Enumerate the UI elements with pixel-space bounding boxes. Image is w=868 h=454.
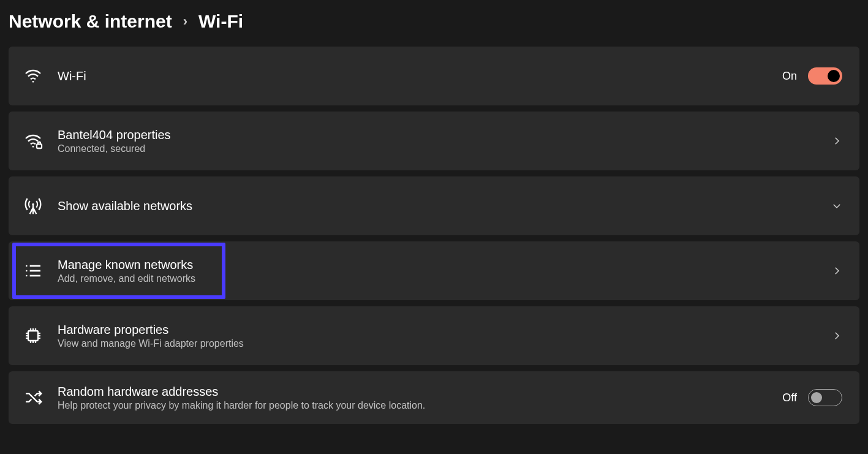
manage-known-subtitle: Add, remove, and edit networks <box>58 273 831 284</box>
chip-icon <box>23 326 58 346</box>
breadcrumb: Network & internet › Wi-Fi <box>0 0 868 47</box>
random-hw-title: Random hardware addresses <box>58 385 782 399</box>
current-network-row[interactable]: Bantel404 properties Connected, secured <box>9 112 859 170</box>
breadcrumb-parent[interactable]: Network & internet <box>9 11 172 32</box>
hardware-subtitle: View and manage Wi-Fi adapter properties <box>58 338 831 349</box>
current-network-subtitle: Connected, secured <box>58 143 831 154</box>
show-available-networks-row[interactable]: Show available networks <box>9 176 859 235</box>
random-hardware-row: Random hardware addresses Help protect y… <box>9 371 859 424</box>
chevron-right-icon: › <box>183 13 187 29</box>
manage-known-title: Manage known networks <box>58 258 831 272</box>
svg-rect-10 <box>28 331 38 341</box>
svg-point-6 <box>26 270 28 272</box>
wifi-icon <box>23 66 58 86</box>
wifi-toggle-row: Wi-Fi On <box>9 47 859 105</box>
shuffle-icon <box>23 388 58 407</box>
antenna-icon <box>23 196 58 216</box>
show-available-title: Show available networks <box>58 199 831 213</box>
chevron-down-icon <box>831 200 842 211</box>
svg-point-0 <box>32 81 34 83</box>
wifi-title: Wi-Fi <box>58 69 782 83</box>
random-hw-subtitle: Help protect your privacy by making it h… <box>58 400 782 411</box>
random-hw-toggle[interactable] <box>808 389 842 406</box>
settings-list: Wi-Fi On Bantel404 properties Connected,… <box>0 47 868 424</box>
current-network-title: Bantel404 properties <box>58 128 831 142</box>
svg-point-3 <box>32 203 34 205</box>
chevron-right-icon <box>831 330 842 341</box>
chevron-right-icon <box>831 135 842 146</box>
chevron-right-icon <box>831 265 842 276</box>
list-icon <box>23 261 58 281</box>
manage-known-networks-row[interactable]: Manage known networks Add, remove, and e… <box>9 241 859 300</box>
wifi-toggle-state-label: On <box>782 70 797 83</box>
wifi-toggle[interactable] <box>808 67 842 85</box>
wifi-secured-icon <box>23 131 58 151</box>
svg-point-4 <box>26 265 28 267</box>
breadcrumb-current: Wi-Fi <box>198 11 243 32</box>
svg-point-8 <box>26 275 28 277</box>
hardware-title: Hardware properties <box>58 323 831 337</box>
svg-point-1 <box>32 146 34 148</box>
svg-rect-2 <box>37 144 42 148</box>
random-hw-state-label: Off <box>782 392 797 404</box>
hardware-properties-row[interactable]: Hardware properties View and manage Wi-F… <box>9 306 859 365</box>
